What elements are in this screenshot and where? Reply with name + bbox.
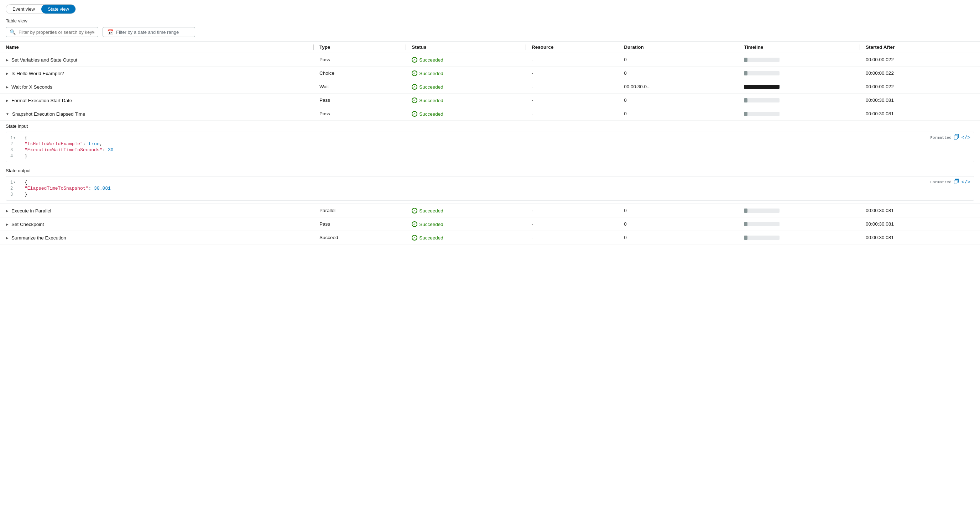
- status-badge: ✓ Succeeded: [412, 70, 443, 76]
- row-duration: 0: [618, 204, 738, 217]
- formatted-label: Formatted: [930, 136, 951, 140]
- row-status: ✓ Succeeded: [406, 217, 526, 231]
- timeline-bar: [744, 222, 780, 226]
- row-duration: 0: [618, 94, 738, 107]
- success-icon: ✓: [412, 111, 417, 117]
- col-header-name: Name: [0, 42, 314, 53]
- timeline-bar: [744, 112, 780, 116]
- row-type: Pass: [314, 217, 406, 231]
- col-header-duration: Duration: [618, 42, 738, 53]
- row-name[interactable]: ▶ Is Hello World Example?: [0, 67, 314, 80]
- row-chevron[interactable]: ▶: [6, 71, 8, 75]
- success-icon: ✓: [412, 235, 417, 241]
- state-view-button[interactable]: State view: [41, 5, 75, 14]
- row-status: ✓ Succeeded: [406, 231, 526, 244]
- code-line: 3 }: [6, 192, 974, 197]
- col-header-resource: Resource: [526, 42, 618, 53]
- row-timeline: [738, 67, 860, 80]
- row-chevron[interactable]: ▶: [6, 85, 8, 89]
- row-resource: -: [526, 94, 618, 107]
- col-header-started-after: Started After: [860, 42, 980, 53]
- expanded-row: State input 1▼ { 2 "IsHelloWorldExample"…: [0, 121, 980, 204]
- code-line: 2 "IsHelloWorldExample": true,: [6, 141, 974, 147]
- code-icon[interactable]: </>: [961, 179, 970, 185]
- row-name[interactable]: ▶ Summarize the Execution: [0, 231, 314, 244]
- code-line: 2 "ElapsedTimeToSnapshot": 30.081: [6, 186, 974, 192]
- row-name[interactable]: ▶ Wait for X Seconds: [0, 80, 314, 94]
- row-started-after: 00:00:00.022: [860, 80, 980, 94]
- code-line: 1▼ {: [6, 179, 974, 186]
- table-row: ▶ Set Checkpoint Pass ✓ Succeeded - 0 00…: [0, 217, 980, 231]
- keyword-filter[interactable]: 🔍: [6, 27, 98, 37]
- table-header-row: Name Type Status Resource Duration Timel…: [0, 42, 980, 53]
- row-chevron[interactable]: ▶: [6, 58, 8, 62]
- filter-bar: 🔍 📅 Filter by a date and time range: [0, 25, 980, 41]
- table-row: ▶ Wait for X Seconds Wait ✓ Succeeded - …: [0, 80, 980, 94]
- row-duration: 0: [618, 53, 738, 67]
- row-resource: -: [526, 107, 618, 121]
- status-badge: ✓ Succeeded: [412, 84, 443, 90]
- timeline-bar: [744, 98, 780, 103]
- status-badge: ✓ Succeeded: [412, 97, 443, 103]
- row-type: Succeed: [314, 231, 406, 244]
- table-view-label: Table view: [0, 17, 980, 25]
- status-badge: ✓ Succeeded: [412, 221, 443, 227]
- event-view-button[interactable]: Event view: [6, 5, 41, 14]
- row-resource: -: [526, 204, 618, 217]
- copy-icon[interactable]: 🗍: [954, 179, 959, 186]
- row-status: ✓ Succeeded: [406, 53, 526, 67]
- row-started-after: 00:00:30.081: [860, 107, 980, 121]
- col-header-status: Status: [406, 42, 526, 53]
- row-resource: -: [526, 231, 618, 244]
- timeline-bar: [744, 58, 780, 62]
- table-row: ▶ Format Execution Start Date Pass ✓ Suc…: [0, 94, 980, 107]
- date-filter-label: Filter by a date and time range: [116, 30, 179, 35]
- row-name[interactable]: ▼ Snapshot Execution Elapsed Time: [0, 107, 314, 121]
- row-timeline: [738, 94, 860, 107]
- view-toggle-bar: Event view State view: [0, 0, 980, 17]
- row-type: Pass: [314, 94, 406, 107]
- row-resource: -: [526, 217, 618, 231]
- row-type: Choice: [314, 67, 406, 80]
- success-icon: ✓: [412, 57, 417, 63]
- table-row: ▼ Snapshot Execution Elapsed Time Pass ✓…: [0, 107, 980, 121]
- col-header-type: Type: [314, 42, 406, 53]
- row-duration: 00:00:30.0...: [618, 80, 738, 94]
- row-chevron[interactable]: ▶: [6, 98, 8, 103]
- state-input-label: State input: [0, 121, 980, 130]
- row-name[interactable]: ▶ Format Execution Start Date: [0, 94, 314, 107]
- row-type: Wait: [314, 80, 406, 94]
- row-type: Pass: [314, 107, 406, 121]
- view-toggle: Event view State view: [6, 4, 76, 14]
- row-resource: -: [526, 67, 618, 80]
- row-duration: 0: [618, 231, 738, 244]
- code-icon[interactable]: </>: [961, 135, 970, 141]
- date-filter[interactable]: 📅 Filter by a date and time range: [103, 27, 195, 37]
- row-started-after: 00:00:00.022: [860, 53, 980, 67]
- copy-icon[interactable]: 🗍: [954, 134, 959, 141]
- keyword-filter-input[interactable]: [19, 30, 94, 35]
- table-row: ▶ Is Hello World Example? Choice ✓ Succe…: [0, 67, 980, 80]
- row-chevron[interactable]: ▶: [6, 209, 8, 213]
- timeline-bar: [744, 208, 780, 213]
- timeline-bar: [744, 236, 780, 240]
- row-status: ✓ Succeeded: [406, 94, 526, 107]
- row-resource: -: [526, 80, 618, 94]
- row-duration: 0: [618, 107, 738, 121]
- row-name[interactable]: ▶ Execute in Parallel: [0, 204, 314, 217]
- success-icon: ✓: [412, 70, 417, 76]
- row-started-after: 00:00:00.022: [860, 67, 980, 80]
- table-row: ▶ Execute in Parallel Parallel ✓ Succeed…: [0, 204, 980, 217]
- status-badge: ✓ Succeeded: [412, 235, 443, 241]
- row-chevron[interactable]: ▶: [6, 236, 8, 240]
- timeline-bar: [744, 71, 780, 75]
- search-icon: 🔍: [10, 29, 16, 35]
- row-chevron[interactable]: ▶: [6, 222, 8, 226]
- row-name[interactable]: ▶ Set Checkpoint: [0, 217, 314, 231]
- row-duration: 0: [618, 217, 738, 231]
- success-icon: ✓: [412, 208, 417, 214]
- success-icon: ✓: [412, 84, 417, 90]
- row-name[interactable]: ▶ Set Variables and State Output: [0, 53, 314, 67]
- row-chevron[interactable]: ▼: [6, 112, 9, 116]
- row-timeline: [738, 107, 860, 121]
